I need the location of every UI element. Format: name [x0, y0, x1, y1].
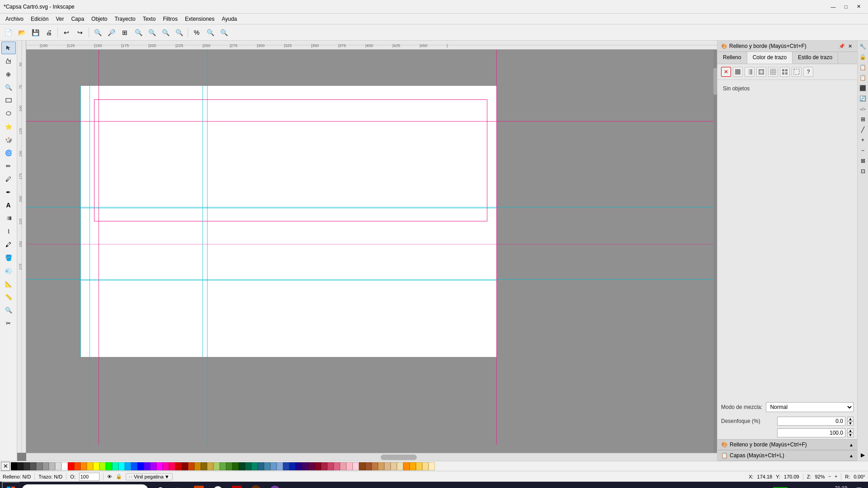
menu-filtros[interactable]: Filtros [159, 14, 181, 24]
color-swatch[interactable] [353, 462, 359, 470]
zoom-out-button[interactable]: 🔎 [105, 26, 118, 39]
color-swatch[interactable] [17, 462, 24, 470]
color-swatch-yellow[interactable] [93, 462, 99, 470]
color-swatch-red[interactable] [68, 462, 74, 470]
taskbar-app-inkscape[interactable]: Ik [247, 482, 265, 488]
align-btn[interactable]: ⬛ [858, 83, 868, 93]
zoom-minus-status[interactable]: − [829, 474, 831, 479]
color-swatch[interactable] [74, 462, 80, 470]
print-button[interactable]: 🖨 [42, 26, 55, 39]
calligraph-tool[interactable]: ✒ [1, 186, 16, 198]
gradient-tool[interactable] [1, 212, 16, 225]
connector-tool[interactable]: 📐 [1, 277, 16, 290]
color-swatch-white[interactable] [61, 462, 68, 470]
zoom-page-button[interactable]: 🔍 [132, 26, 145, 39]
taskbar-app-explorer[interactable] [171, 482, 189, 488]
color-swatch[interactable] [270, 462, 277, 470]
color-swatch[interactable] [308, 462, 315, 470]
opacity-increment[interactable]: ▲ [847, 428, 854, 433]
vertical-scrollbar-track[interactable] [713, 50, 717, 453]
panel-icon-linear[interactable] [745, 67, 755, 77]
opacity-input[interactable] [79, 473, 99, 481]
color-swatch-green[interactable] [106, 462, 112, 470]
canvas-drawing-area[interactable] [26, 50, 717, 453]
guide-btn[interactable]: ╱ [858, 125, 868, 135]
menu-ayuda[interactable]: Ayuda [218, 14, 241, 24]
blur-increment[interactable]: ▲ [847, 417, 854, 421]
color-swatch[interactable] [232, 462, 239, 470]
color-swatch[interactable] [175, 462, 182, 470]
menu-capa[interactable]: Capa [67, 14, 88, 24]
zoom-plus-right[interactable]: + [858, 135, 868, 145]
color-swatch-blue[interactable] [137, 462, 144, 470]
zoom-custom[interactable]: 🔍 [204, 26, 217, 39]
color-swatch[interactable] [359, 462, 365, 470]
blend-mode-select[interactable]: Normal Multiply Screen Overlay [766, 402, 854, 412]
zoom-custom2[interactable]: 🔍 [217, 26, 230, 39]
relleno-borde-section[interactable]: 🎨 Relleno y borde (Mayús+Ctrl+F) ▲ [717, 439, 857, 450]
rect-tool[interactable] [1, 94, 16, 107]
color-swatch[interactable] [321, 462, 327, 470]
taskbar-app-lasso[interactable]: L [190, 482, 208, 488]
menu-texto[interactable]: Texto [139, 14, 160, 24]
opacity-decrement[interactable]: ▼ [847, 433, 854, 437]
color-swatch[interactable] [296, 462, 302, 470]
color-swatch-magenta[interactable] [156, 462, 163, 470]
zoom-draw-button[interactable]: 🔍 [146, 26, 158, 39]
color-swatch[interactable] [36, 462, 42, 470]
color-swatch[interactable] [378, 462, 384, 470]
color-swatch-black[interactable] [11, 462, 17, 470]
color-swatch[interactable] [416, 462, 422, 470]
snap-toggle[interactable]: % [190, 26, 203, 39]
panel-icon-mesh[interactable] [768, 67, 778, 77]
color-swatch[interactable] [264, 462, 270, 470]
tab-estilo-trazo[interactable]: Estilo de trazo [793, 52, 838, 64]
panel-pin-button[interactable]: 📌 [838, 42, 845, 50]
pen-tool[interactable]: 🖊 [1, 173, 16, 185]
transform-btn[interactable]: 🔄 [858, 94, 868, 103]
xml-btn[interactable]: </> [858, 104, 868, 114]
color-swatch[interactable] [226, 462, 232, 470]
color-swatch[interactable] [365, 462, 372, 470]
color-swatch[interactable] [258, 462, 264, 470]
color-swatch[interactable] [334, 462, 340, 470]
blur-value-input[interactable]: 0.0 [777, 417, 845, 426]
color-swatch[interactable] [277, 462, 283, 470]
arrow-right-btn[interactable]: ▶ [858, 450, 868, 460]
color-swatch[interactable] [131, 462, 137, 470]
vertical-scrollbar-thumb[interactable] [713, 68, 717, 95]
menu-extensiones[interactable]: Extensiones [181, 14, 218, 24]
taskbar-app-search[interactable] [152, 482, 170, 488]
tweak-tool[interactable]: ⊕ [1, 68, 16, 80]
opacity-value-input[interactable] [777, 428, 845, 437]
save-button[interactable]: 💾 [29, 26, 42, 39]
text-tool[interactable]: A [1, 199, 16, 211]
zoom-tool-2[interactable]: 🔍 [1, 304, 16, 316]
zoom-tool[interactable]: 🔍 [1, 81, 16, 94]
color-swatch[interactable] [213, 462, 220, 470]
color-swatch[interactable] [397, 462, 403, 470]
color-swatch[interactable] [391, 462, 397, 470]
color-swatch[interactable] [207, 462, 213, 470]
zoom-fit-button[interactable]: ⊞ [118, 26, 131, 39]
node-tool[interactable] [1, 55, 16, 67]
scrollbar-thumb[interactable] [381, 455, 417, 460]
color-swatch[interactable] [42, 462, 49, 470]
blur-decrement[interactable]: ▼ [847, 421, 854, 426]
color-swatch-cyan[interactable] [118, 462, 125, 470]
color-swatch[interactable] [251, 462, 258, 470]
paste-btn[interactable]: 📋 [858, 73, 868, 83]
open-button[interactable]: 📂 [15, 26, 28, 39]
spray-tool[interactable]: 💨 [1, 264, 16, 277]
ellipse-tool[interactable] [1, 107, 16, 120]
color-swatch[interactable] [315, 462, 321, 470]
color-swatch[interactable] [422, 462, 429, 470]
copy-btn[interactable]: 📋 [858, 62, 868, 72]
color-swatch[interactable] [169, 462, 175, 470]
tab-relleno[interactable]: Relleno [717, 52, 747, 64]
3d-box-tool[interactable]: 🎲 [1, 133, 16, 146]
expand-btn[interactable]: ⊠ [858, 156, 868, 166]
mesh-tool[interactable]: ⌇ [1, 225, 16, 238]
color-swatch[interactable] [220, 462, 226, 470]
pencil-tool[interactable]: ✏ [1, 160, 16, 172]
